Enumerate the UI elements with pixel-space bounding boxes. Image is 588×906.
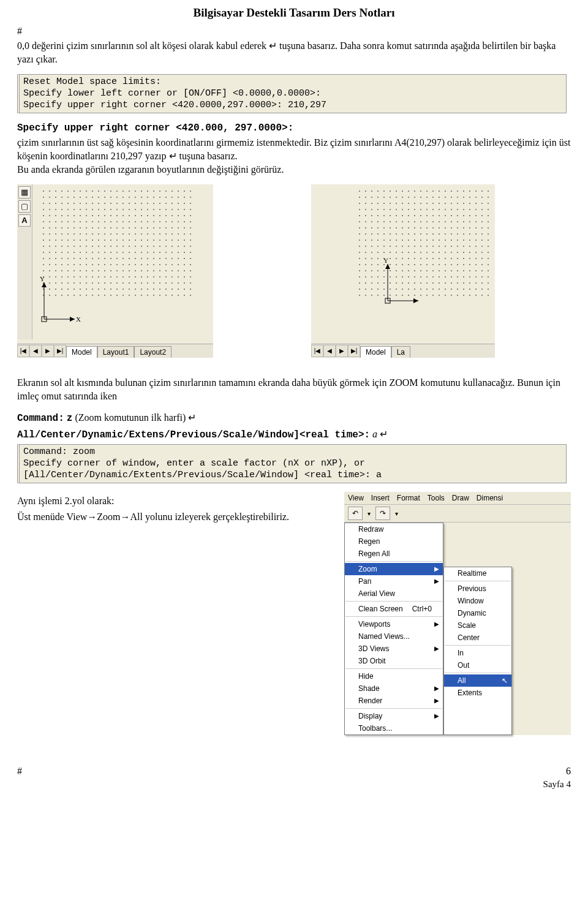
nav-last-button[interactable]: ▶| <box>54 345 66 357</box>
separator <box>345 708 442 709</box>
nav-prev-button-2[interactable]: ◀ <box>323 345 336 357</box>
undo-icon[interactable]: ↶ <box>348 507 363 520</box>
para-2yol: Aynı işlemi 2.yol olarak: <box>17 494 330 508</box>
mi-all-label: All <box>458 676 466 685</box>
para-view-zoom-all: Üst menüde View→Zoom→All yolunu izleyere… <box>17 510 330 524</box>
mi-clean-label: Clean Screen <box>358 605 403 613</box>
mi-out[interactable]: Out <box>444 659 511 671</box>
mi-viewports[interactable]: Viewports▶ <box>345 618 443 630</box>
mi-clean-screen[interactable]: Clean ScreenCtrl+0 <box>345 603 443 615</box>
command-label: Command: <box>17 413 64 424</box>
tab-layout1[interactable]: Layout1 <box>97 346 135 358</box>
mi-window[interactable]: Window <box>444 595 511 607</box>
mi-render[interactable]: Render▶ <box>345 695 443 707</box>
mi-in[interactable]: In <box>444 647 511 659</box>
mi-3dorbit[interactable]: 3D Orbit <box>345 655 443 667</box>
nav-next-button[interactable]: ▶ <box>42 345 54 357</box>
footer: # 6 <box>17 766 571 777</box>
paragraph-1: 0,0 değerini çizim sınırlarının sol alt … <box>17 39 571 66</box>
separator <box>345 561 442 562</box>
grid-panel-right: Y |◀ ◀ ▶ ▶| Model La <box>311 184 495 358</box>
svg-rect-10 <box>359 191 494 301</box>
svg-marker-8 <box>70 317 75 322</box>
separator <box>345 616 442 617</box>
mi-render-label: Render <box>358 696 382 705</box>
separator <box>345 668 442 669</box>
mi-extents[interactable]: Extents <box>444 687 511 699</box>
mi-previous[interactable]: Previous <box>444 583 511 595</box>
menubar: View Insert Format Tools Draw Dimensi <box>344 492 571 505</box>
menu-dimension[interactable]: Dimensi <box>477 494 503 502</box>
command-box-1: Reset Model space limits: Specify lower … <box>17 74 567 113</box>
view-dropdown: Redraw Regen Regen All Zoom▶ Pan▶ Aerial… <box>344 523 443 735</box>
menu-tools[interactable]: Tools <box>428 494 445 502</box>
mi-clean-shortcut: Ctrl+0 <box>412 605 432 613</box>
chevron-right-icon: ▶ <box>434 697 439 704</box>
tab-model-2[interactable]: Model <box>360 346 391 358</box>
menu-view[interactable]: View <box>348 494 364 502</box>
snap-icon[interactable]: ▢ <box>18 200 31 213</box>
page-title: Bilgisayar Destekli Tasarım Ders Notları <box>17 6 571 20</box>
cmd1-line3: Specify upper right corner <420.0000,297… <box>23 100 562 111</box>
svg-marker-15 <box>385 264 390 269</box>
menu-insert[interactable]: Insert <box>371 494 390 502</box>
svg-text:Y: Y <box>40 276 45 282</box>
svg-marker-7 <box>42 282 47 287</box>
cmd1-line2: Specify lower left corner or [ON/OFF] <0… <box>23 88 562 100</box>
svg-marker-16 <box>413 298 418 303</box>
tabs-row-right: |◀ ◀ ▶ ▶| Model La <box>311 344 495 358</box>
mi-hide[interactable]: Hide <box>345 670 443 682</box>
menu-format[interactable]: Format <box>397 494 420 502</box>
mi-named-views[interactable]: Named Views... <box>345 630 443 643</box>
separator <box>345 601 442 602</box>
chevron-right-icon: ▶ <box>434 621 439 627</box>
mi-zoom[interactable]: Zoom▶ <box>345 563 443 575</box>
mi-pan[interactable]: Pan▶ <box>345 575 443 587</box>
mi-toolbars[interactable]: Toolbars... <box>345 722 443 734</box>
paragraph-2b: Bu anda ekranda görülen ızgaranın boyutl… <box>17 164 284 175</box>
menu-draw[interactable]: Draw <box>452 494 469 502</box>
mi-viewports-label: Viewports <box>358 620 390 629</box>
tab-model[interactable]: Model <box>66 346 97 358</box>
separator <box>445 581 511 581</box>
mi-aerial[interactable]: Aerial View <box>345 587 443 600</box>
mi-all[interactable]: All↖ <box>444 674 511 687</box>
tab-layout2[interactable]: Layout2 <box>134 346 172 358</box>
command-z: z <box>67 413 73 424</box>
mi-dynamic[interactable]: Dynamic <box>444 607 511 619</box>
mi-shade[interactable]: Shade▶ <box>345 682 443 695</box>
svg-text:X: X <box>76 315 81 323</box>
mi-pan-label: Pan <box>358 577 371 586</box>
mi-realtime[interactable]: Realtime <box>444 567 511 579</box>
all-a: a <box>372 429 377 439</box>
mi-scale[interactable]: Scale <box>444 619 511 632</box>
mi-zoom-label: Zoom <box>358 565 377 573</box>
separator <box>445 673 511 673</box>
cmd1-line1: Reset Model space limits: <box>23 77 562 88</box>
chevron-right-icon: ▶ <box>434 685 439 692</box>
nav-last-button-2[interactable]: ▶| <box>348 345 360 357</box>
nav-next-button-2[interactable]: ▶ <box>336 345 348 357</box>
grid-icon[interactable]: ▦ <box>18 186 31 198</box>
paragraph-2a: çizim sınırlarının üst sağ köşesinin koo… <box>17 137 570 161</box>
all-line: All/Center/Dynamic/Extens/Previous/Scale… <box>17 429 370 440</box>
mi-3dviews-label: 3D Views <box>358 644 389 653</box>
mi-3dviews[interactable]: 3D Views▶ <box>345 643 443 655</box>
mi-redraw[interactable]: Redraw <box>345 523 443 535</box>
mi-center[interactable]: Center <box>444 632 511 644</box>
nav-prev-button[interactable]: ◀ <box>29 345 42 357</box>
nav-first-button-2[interactable]: |◀ <box>311 345 323 357</box>
separator <box>445 645 511 646</box>
mi-regen[interactable]: Regen <box>345 535 443 548</box>
cmd2-line3: [All/Center/Dynamic/Extents/Previous/Sca… <box>23 470 562 481</box>
mi-regen-all[interactable]: Regen All <box>345 548 443 560</box>
left-vtoolbar: ▦ ▢ A <box>17 184 32 339</box>
footer-hash: # <box>17 766 22 777</box>
text-a-icon[interactable]: A <box>18 214 31 227</box>
mi-display[interactable]: Display▶ <box>345 710 443 722</box>
mi-display-label: Display <box>358 712 382 720</box>
toolbar-2: ↶ ▾ ↷ ▾ <box>344 505 571 523</box>
nav-first-button[interactable]: |◀ <box>17 345 29 357</box>
tab-la[interactable]: La <box>391 346 410 358</box>
redo-icon[interactable]: ↷ <box>375 507 390 520</box>
